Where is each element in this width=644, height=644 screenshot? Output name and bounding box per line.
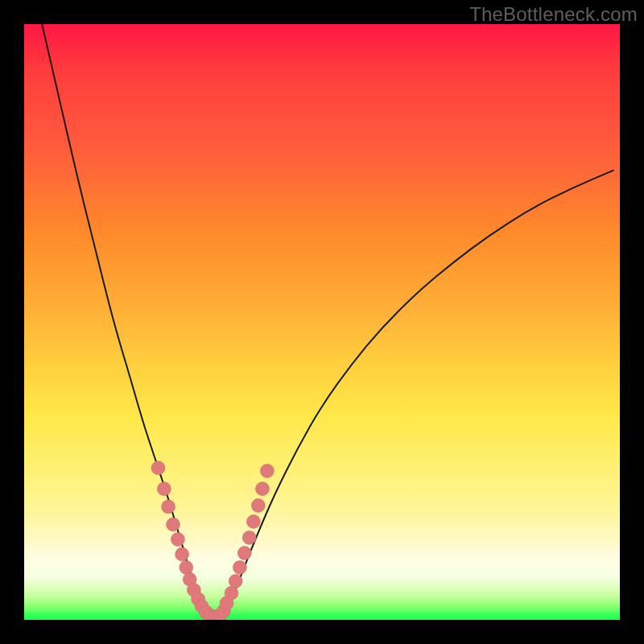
marker-point xyxy=(237,547,251,560)
marker-point xyxy=(157,482,171,496)
curve-right-branch xyxy=(221,170,613,617)
marker-point xyxy=(225,586,238,600)
curve-left-branch xyxy=(42,24,208,617)
marker-point xyxy=(162,500,175,514)
marker-cluster xyxy=(151,461,274,620)
marker-point xyxy=(256,482,270,496)
marker-point xyxy=(260,464,274,478)
marker-point xyxy=(251,498,265,512)
marker-point xyxy=(233,560,246,574)
plot-area xyxy=(24,24,620,620)
marker-point xyxy=(167,518,180,531)
curve-svg xyxy=(24,24,620,620)
marker-point xyxy=(171,533,184,547)
chart-frame: TheBottleneck.com xyxy=(0,0,644,644)
watermark-text: TheBottleneck.com xyxy=(469,3,638,26)
marker-point xyxy=(246,514,260,528)
marker-point xyxy=(229,574,242,588)
marker-point xyxy=(151,461,165,475)
marker-point xyxy=(180,560,193,574)
marker-point xyxy=(175,547,189,561)
marker-point xyxy=(242,530,256,544)
